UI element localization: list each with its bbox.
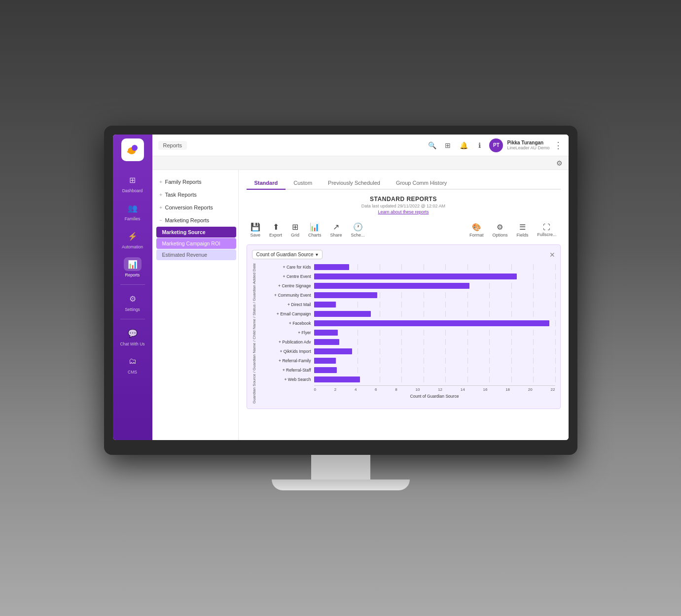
report-area: Standard Custom Previously Scheduled Gro…	[239, 170, 569, 440]
bar-label: + Publication Adv	[257, 340, 314, 344]
bar-track	[314, 348, 555, 354]
options-icon: ⚙	[497, 223, 503, 232]
bar-track	[314, 264, 555, 270]
tab-previously-scheduled-label: Previously Scheduled	[328, 180, 380, 186]
content-area: ＋ Family Reports ＋ Task Reports	[152, 170, 569, 440]
bar-track	[314, 367, 555, 373]
expand-task-icon: ＋	[158, 191, 163, 198]
svg-point-3	[127, 151, 130, 153]
schedule-label: Sche...	[351, 233, 365, 238]
sidebar-item-cms[interactable]: 🗂 CMS	[113, 350, 152, 378]
sidebar-item-chat-label: Chat With Us	[120, 342, 144, 346]
left-nav-family-title[interactable]: ＋ Family Reports	[152, 176, 238, 188]
sidebar-item-settings[interactable]: ⚙ Settings	[113, 288, 152, 316]
tab-custom[interactable]: Custom	[286, 177, 320, 190]
learn-link[interactable]: Learn about these reports	[247, 209, 561, 214]
monitor-screen: ⊞ Dashboard 👥 Families ⚡ A	[113, 135, 569, 440]
chart-close-button[interactable]: ✕	[549, 251, 555, 259]
left-nav-task-section: ＋ Task Reports	[152, 189, 238, 201]
tab-group-comm-history[interactable]: Group Comm History	[388, 177, 455, 190]
tab-previously-scheduled[interactable]: Previously Scheduled	[320, 177, 388, 190]
save-button[interactable]: 💾 Save	[247, 220, 265, 240]
left-nav-marketing-source[interactable]: Marketing Source	[156, 227, 236, 238]
search-button[interactable]: 🔍	[426, 139, 438, 151]
toolbar-right: 🎨 Format ⚙ Options ☰ Fi	[466, 221, 561, 240]
sidebar-item-chat[interactable]: 💬 Chat With Us	[113, 322, 152, 350]
reports-icon: 📊	[128, 260, 138, 269]
info-button[interactable]: ℹ	[473, 139, 485, 151]
bar-track	[314, 339, 555, 345]
bar-row: + Facebook	[257, 319, 555, 327]
settings-bar: ⚙	[152, 156, 569, 170]
standard-reports-updated: Data last updated 29/11/2022 @ 12:02 AM	[247, 204, 561, 208]
sidebar-item-families[interactable]: 👥 Families	[113, 197, 152, 225]
options-button[interactable]: ⚙ Options	[488, 221, 511, 240]
avatar[interactable]: PT	[489, 138, 503, 152]
bar-fill	[314, 311, 371, 317]
bar-fill	[314, 376, 360, 382]
estimated-revenue-label: Estimated Revenue	[162, 252, 208, 258]
grid-label: Grid	[291, 233, 299, 238]
options-label: Options	[492, 233, 507, 238]
chart-dropdown-label: Count of Guardian Source	[256, 252, 314, 257]
x-axis-label: 0	[314, 387, 316, 392]
bar-row: + Referral-Family	[257, 357, 555, 365]
bar-label: + Email Campaign	[257, 311, 314, 316]
format-button[interactable]: 🎨 Format	[466, 221, 488, 240]
tab-standard[interactable]: Standard	[247, 177, 286, 190]
x-axis-label: 16	[483, 387, 487, 392]
x-axis-label: 10	[416, 387, 420, 392]
bar-row: + Flyer	[257, 329, 555, 337]
grid-view-button[interactable]: ⊞	[442, 139, 454, 151]
sidebar-item-dashboard[interactable]: ⊞ Dashboard	[113, 169, 152, 197]
monitor-stand-base	[272, 479, 410, 490]
charts-button[interactable]: 📊 Charts	[304, 220, 325, 240]
charts-label: Charts	[308, 233, 322, 238]
fields-icon: ☰	[519, 223, 526, 232]
schedule-button[interactable]: 🕐 Sche...	[347, 220, 369, 240]
bar-fill	[314, 320, 550, 326]
bar-fill	[314, 292, 378, 298]
grid-button[interactable]: ⊞ Grid	[287, 220, 303, 240]
sidebar-item-settings-icon-wrap: ⚙	[124, 292, 142, 306]
bar-fill	[314, 358, 336, 364]
bar-track	[314, 283, 555, 289]
sidebar-item-dashboard-label: Dashboard	[122, 188, 143, 193]
bar-fill	[314, 330, 338, 336]
fields-label: Fields	[516, 233, 528, 238]
left-nav-task-label: Task Reports	[165, 192, 197, 198]
left-nav-conversion-title[interactable]: ＋ Conversion Reports	[152, 202, 238, 213]
bar-label: + Facebook	[257, 321, 314, 326]
chart-dropdown[interactable]: Count of Guardian Source ▾	[252, 250, 323, 259]
chevron-down-icon: ▾	[316, 252, 318, 257]
bar-row: + Direct Mail	[257, 301, 555, 308]
settings-gear-icon[interactable]: ⚙	[556, 159, 563, 167]
sidebar-item-reports[interactable]: 📊 Reports	[113, 253, 152, 281]
share-button[interactable]: ↗ Share	[326, 220, 346, 240]
bar-label: + Flyer	[257, 330, 314, 335]
tab-custom-label: Custom	[293, 180, 312, 186]
bar-row: + QikKids Import	[257, 347, 555, 355]
bar-track	[314, 320, 555, 326]
left-nav-task-title[interactable]: ＋ Task Reports	[152, 189, 238, 201]
bar-fill	[314, 339, 339, 345]
sidebar-item-automation[interactable]: ⚡ Automation	[113, 225, 152, 253]
bar-row: + Centre Event	[257, 273, 555, 280]
sidebar-item-dashboard-icon-wrap: ⊞	[124, 173, 142, 187]
fullscreen-button[interactable]: ⛶ Fullscre...	[533, 221, 560, 239]
user-name: Pikka Turangan	[507, 140, 549, 145]
left-nav-marketing-title[interactable]: － Marketing Reports	[152, 214, 238, 226]
export-button[interactable]: ⬆ Export	[265, 220, 286, 240]
sidebar: ⊞ Dashboard 👥 Families ⚡ A	[113, 135, 152, 440]
fields-button[interactable]: ☰ Fields	[512, 221, 532, 240]
sidebar-item-cms-label: CMS	[128, 370, 137, 375]
bar-row: + Web Search	[257, 376, 555, 383]
topbar: Reports 🔍 ⊞ 🔔 ℹ PT Pikka Turangan LineLe…	[152, 135, 569, 156]
bar-row: + Centre Signage	[257, 282, 555, 290]
left-nav-estimated-revenue[interactable]: Estimated Revenue	[156, 249, 236, 260]
left-nav-marketing-campaign[interactable]: Marketing Campaign ROI	[156, 238, 236, 249]
sidebar-item-families-icon-wrap: 👥	[124, 201, 142, 215]
more-menu-button[interactable]: ⋮	[554, 140, 563, 151]
tab-group-comm-history-label: Group Comm History	[396, 180, 447, 186]
notifications-button[interactable]: 🔔	[458, 139, 469, 151]
